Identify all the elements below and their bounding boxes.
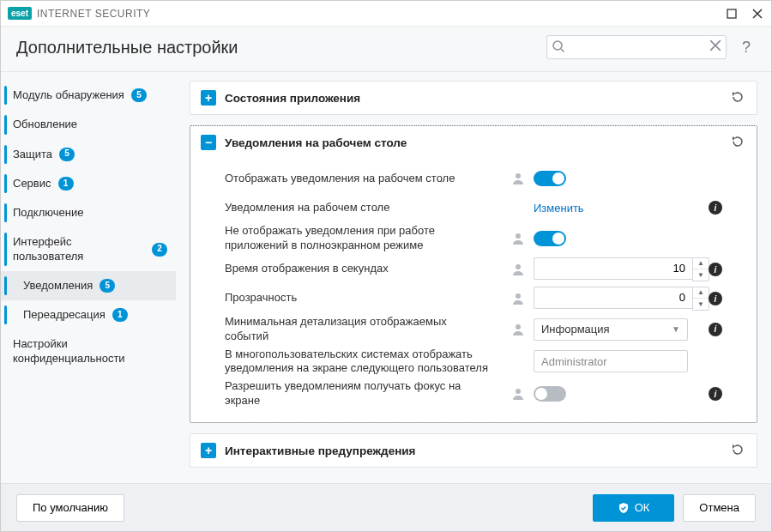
panel-header[interactable]: + Интерактивные предупреждения — [190, 434, 757, 467]
svg-rect-0 — [727, 9, 736, 18]
sidebar-badge: 1 — [112, 308, 128, 322]
setting-label: Уведомления на рабочем столе — [225, 201, 491, 215]
select-value: Информация — [541, 323, 610, 336]
sidebar-item-label: Обновление — [13, 118, 77, 131]
window-close-icon[interactable] — [751, 7, 764, 21]
sidebar-badge: 5 — [59, 148, 75, 161]
toggle-show-desktop[interactable] — [534, 171, 566, 186]
setting-label: Минимальная детализация отображаемых соб… — [225, 315, 491, 344]
search-icon — [552, 39, 565, 53]
toggle-hide-fullscreen[interactable] — [534, 231, 566, 246]
expand-icon[interactable]: + — [201, 90, 216, 106]
sidebar-item-label: Уведомления — [23, 279, 93, 293]
footer: По умолчанию ОК Отмена — [1, 483, 771, 531]
header: Дополнительные настройки ? — [1, 27, 771, 72]
collapse-icon[interactable]: − — [201, 135, 216, 150]
setting-label: Разрешить уведомлениям получать фокус на… — [225, 379, 491, 408]
sidebar-item-privacy[interactable]: Настройки конфиденциальности — [1, 329, 176, 373]
defaults-button[interactable]: По умолчанию — [16, 494, 124, 522]
panel-title: Интерактивные предупреждения — [225, 444, 722, 457]
shield-icon — [618, 502, 630, 514]
sidebar-item-label: Модуль обнаружения — [13, 88, 124, 102]
revert-icon[interactable] — [731, 443, 746, 458]
sidebar-item-update[interactable]: Обновление — [1, 110, 176, 139]
text-value: Administrator — [541, 355, 607, 368]
svg-point-1 — [553, 41, 562, 50]
edit-link[interactable]: Изменить — [534, 202, 584, 215]
sidebar-item-forwarding[interactable]: Переадресация 1 — [1, 300, 176, 329]
sidebar-item-label: Интерфейс пользователя — [13, 235, 145, 263]
chevron-down-icon: ▼ — [672, 324, 680, 334]
sidebar-badge: 2 — [152, 243, 167, 257]
help-button[interactable]: ? — [737, 39, 756, 57]
panel-title: Уведомления на рабочем столе — [225, 136, 722, 149]
setting-label: Отображать уведомления на рабочем столе — [225, 172, 491, 186]
revert-icon[interactable] — [731, 90, 746, 106]
panel-interactive-alerts: + Интерактивные предупреждения — [190, 433, 757, 468]
sidebar-item-label: Защита — [13, 148, 52, 161]
button-label: ОК — [635, 501, 650, 514]
info-icon[interactable]: i — [709, 201, 722, 215]
panel-header[interactable]: + Состояния приложения — [190, 82, 757, 114]
user-icon — [511, 323, 525, 336]
app-logo: eset INTERNET SECURITY — [8, 7, 150, 20]
sidebar-item-detection[interactable]: Модуль обнаружения 5 — [1, 81, 176, 110]
button-label: Отмена — [699, 501, 739, 514]
sidebar-item-service[interactable]: Сервис 1 — [1, 169, 176, 198]
user-icon — [511, 292, 525, 305]
sidebar-item-label: Подключение — [13, 206, 83, 220]
panel-app-states: + Состояния приложения — [190, 81, 757, 115]
user-icon — [511, 232, 525, 245]
panel-title: Состояния приложения — [225, 92, 722, 105]
svg-point-7 — [516, 389, 521, 394]
sidebar-badge: 5 — [131, 88, 147, 102]
info-icon[interactable]: i — [709, 323, 722, 336]
ok-button[interactable]: ОК — [593, 494, 675, 522]
user-icon — [511, 172, 525, 185]
sidebar: Модуль обнаружения 5 Обновление Защита 5… — [1, 72, 181, 483]
panel-header[interactable]: − Уведомления на рабочем столе — [190, 126, 757, 159]
user-icon — [511, 263, 525, 276]
sidebar-item-protection[interactable]: Защита 5 — [1, 140, 176, 169]
setting-label: Не отображать уведомления при работе при… — [225, 224, 491, 253]
search-box[interactable] — [546, 35, 727, 59]
search-input[interactable] — [546, 35, 727, 59]
display-seconds-input[interactable] — [534, 257, 692, 280]
button-label: По умолчанию — [33, 501, 108, 514]
info-icon[interactable]: i — [709, 292, 722, 305]
sidebar-badge: 1 — [58, 177, 74, 190]
svg-point-6 — [516, 324, 521, 329]
sidebar-item-ui[interactable]: Интерфейс пользователя 2 — [1, 227, 176, 271]
svg-point-4 — [516, 264, 521, 269]
window-maximize-icon[interactable] — [725, 7, 739, 21]
clear-search-icon[interactable] — [709, 39, 721, 51]
titlebar: eset INTERNET SECURITY — [1, 1, 771, 27]
info-icon[interactable]: i — [709, 387, 722, 401]
setting-label: В многопользовательских системах отображ… — [225, 348, 491, 377]
svg-point-2 — [516, 173, 521, 178]
svg-point-5 — [516, 293, 521, 299]
sidebar-item-label: Переадресация — [23, 308, 106, 322]
sidebar-item-notifications[interactable]: Уведомления 5 — [1, 271, 176, 300]
revert-icon[interactable] — [731, 135, 746, 150]
sidebar-badge: 5 — [100, 279, 115, 293]
cancel-button[interactable]: Отмена — [683, 494, 756, 522]
setting-label: Время отображения в секундах — [225, 262, 491, 276]
brand-name: INTERNET SECURITY — [37, 8, 150, 20]
multiuser-display-user[interactable]: Administrator — [534, 350, 688, 372]
svg-point-3 — [516, 233, 521, 239]
toggle-allow-focus[interactable] — [534, 386, 566, 402]
transparency-input[interactable] — [534, 287, 692, 309]
min-detail-select[interactable]: Информация ▼ — [534, 318, 688, 341]
setting-label: Прозрачность — [225, 291, 491, 305]
brand-badge: eset — [8, 7, 32, 20]
sidebar-item-label: Настройки конфиденциальности — [13, 337, 167, 366]
user-icon — [511, 387, 525, 401]
info-icon[interactable]: i — [709, 263, 722, 276]
panel-desktop-notifications: − Уведомления на рабочем столе Отображат… — [190, 125, 757, 423]
sidebar-item-label: Сервис — [13, 177, 51, 190]
page-title: Дополнительные настройки — [16, 38, 238, 57]
sidebar-item-connection[interactable]: Подключение — [1, 198, 176, 227]
expand-icon[interactable]: + — [201, 443, 216, 458]
content: + Состояния приложения − Уведомления на … — [181, 72, 771, 483]
